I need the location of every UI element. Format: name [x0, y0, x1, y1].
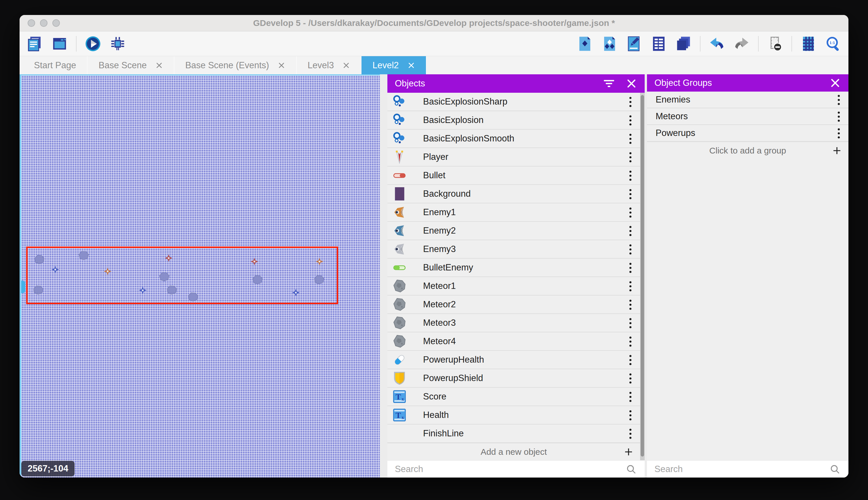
instance-enemy-red[interactable]	[250, 258, 258, 265]
minimize-window-button[interactable]	[40, 19, 47, 27]
kebab-menu-icon[interactable]	[837, 94, 841, 106]
close-panel-icon[interactable]	[830, 77, 841, 89]
project-manager-icon[interactable]	[26, 35, 43, 52]
kebab-menu-icon[interactable]	[837, 110, 841, 123]
properties-panel-icon[interactable]	[626, 35, 642, 52]
kebab-menu-icon[interactable]	[628, 372, 633, 385]
instance-enemy-orange[interactable]	[104, 267, 112, 275]
object-row-background[interactable]: Background	[387, 185, 640, 203]
instance-meteor[interactable]	[252, 275, 263, 284]
instance-meteor[interactable]	[33, 285, 44, 295]
close-window-button[interactable]	[28, 19, 35, 27]
add-group-row[interactable]: Click to add a group	[647, 142, 848, 159]
close-tab-icon[interactable]	[408, 61, 415, 69]
kebab-menu-icon[interactable]	[628, 354, 633, 366]
maximize-window-button[interactable]	[52, 19, 60, 27]
undo-icon[interactable]	[708, 35, 725, 52]
objects-search-input[interactable]	[387, 464, 626, 475]
instance-meteor[interactable]	[159, 272, 170, 281]
play-preview-icon[interactable]	[85, 35, 101, 52]
add-object-row[interactable]: Add a new object	[387, 443, 640, 460]
kebab-menu-icon[interactable]	[628, 335, 633, 348]
object-groups-panel-icon[interactable]	[601, 35, 618, 52]
object-row-basicexplosion[interactable]: BasicExplosion	[387, 111, 640, 129]
tab-base-scene-events[interactable]: Base Scene (Events)	[174, 56, 297, 75]
scene-canvas[interactable]: 2567;-104	[20, 74, 380, 478]
group-row-meteors[interactable]: Meteors	[647, 108, 848, 125]
objects-panel-icon[interactable]	[576, 35, 593, 52]
kebab-menu-icon[interactable]	[628, 243, 633, 256]
selection-rectangle[interactable]	[26, 247, 338, 304]
tab-start-page[interactable]: Start Page	[23, 56, 87, 75]
group-row-powerups[interactable]: Powerups	[647, 125, 848, 142]
object-row-meteor1[interactable]: Meteor1	[387, 277, 640, 296]
kebab-menu-icon[interactable]	[628, 428, 633, 440]
kebab-menu-icon[interactable]	[628, 133, 633, 145]
instance-enemy-red[interactable]	[165, 254, 173, 262]
object-row-enemy3[interactable]: Enemy3	[387, 240, 640, 259]
object-row-player[interactable]: Player	[387, 148, 640, 167]
object-row-basicexplosionsharp[interactable]: BasicExplosionSharp	[387, 93, 640, 111]
kebab-menu-icon[interactable]	[628, 95, 633, 108]
object-row-meteor2[interactable]: Meteor2	[387, 296, 640, 314]
tab-level2[interactable]: Level2	[362, 56, 426, 75]
object-row-bulletenemy[interactable]: BulletEnemy	[387, 259, 640, 277]
panel-gutter[interactable]	[645, 74, 647, 478]
grid-icon[interactable]	[800, 35, 817, 52]
object-row-health[interactable]: TxHealth	[387, 406, 640, 424]
panel-gutter[interactable]	[380, 74, 387, 478]
debug-icon[interactable]	[109, 35, 126, 52]
objects-scrollbar-track[interactable]	[640, 93, 645, 460]
tab-level3[interactable]: Level3	[297, 56, 362, 75]
plus-icon[interactable]	[832, 146, 842, 155]
redo-icon[interactable]	[733, 35, 750, 52]
kebab-menu-icon[interactable]	[628, 390, 633, 403]
kebab-menu-icon[interactable]	[628, 114, 633, 127]
object-row-meteor3[interactable]: Meteor3	[387, 314, 640, 332]
kebab-menu-icon[interactable]	[628, 262, 633, 274]
instance-powerup-cyan[interactable]	[20, 281, 25, 293]
mask-toggle-icon[interactable]	[767, 35, 783, 52]
object-row-poweruphealth[interactable]: PowerupHealth	[387, 351, 640, 369]
objects-scrollbar-thumb[interactable]	[641, 95, 644, 456]
object-row-score[interactable]: TxScore	[387, 388, 640, 406]
object-row-finishline[interactable]: FinishLine	[387, 424, 640, 443]
instance-enemy-orange[interactable]	[315, 258, 324, 265]
close-tab-icon[interactable]	[155, 61, 163, 69]
kebab-menu-icon[interactable]	[628, 169, 633, 182]
group-row-enemies[interactable]: Enemies	[647, 92, 848, 108]
instance-enemy-blue[interactable]	[292, 288, 300, 297]
object-row-enemy2[interactable]: Enemy2	[387, 222, 640, 240]
object-row-enemy1[interactable]: Enemy1	[387, 203, 640, 222]
instance-enemy-blue[interactable]	[139, 286, 147, 294]
groups-search-input[interactable]	[647, 464, 830, 475]
instance-meteor[interactable]	[188, 292, 199, 302]
kebab-menu-icon[interactable]	[837, 127, 841, 140]
zoom-1-1-icon[interactable]: 1:1	[825, 35, 842, 52]
object-row-meteor4[interactable]: Meteor4	[387, 332, 640, 351]
object-row-bullet[interactable]: Bullet	[387, 167, 640, 185]
scene-window-icon[interactable]	[51, 35, 68, 52]
instances-list-icon[interactable]	[650, 35, 667, 52]
kebab-menu-icon[interactable]	[628, 280, 633, 293]
instance-meteor[interactable]	[314, 275, 325, 284]
object-row-basicexplosionsmooth[interactable]: BasicExplosionSmooth	[387, 129, 640, 148]
instance-meteor[interactable]	[78, 251, 89, 260]
tab-base-scene[interactable]: Base Scene	[87, 56, 174, 75]
kebab-menu-icon[interactable]	[628, 151, 633, 163]
kebab-menu-icon[interactable]	[628, 298, 633, 311]
instance-enemy-blue[interactable]	[51, 265, 59, 274]
close-panel-icon[interactable]	[626, 78, 637, 89]
kebab-menu-icon[interactable]	[628, 206, 633, 219]
instance-meteor[interactable]	[166, 285, 177, 295]
kebab-menu-icon[interactable]	[628, 409, 633, 422]
instance-meteor[interactable]	[34, 254, 45, 264]
close-tab-icon[interactable]	[278, 61, 285, 69]
kebab-menu-icon[interactable]	[628, 317, 633, 329]
plus-icon[interactable]	[624, 447, 633, 456]
close-tab-icon[interactable]	[342, 61, 350, 69]
kebab-menu-icon[interactable]	[628, 188, 633, 201]
filter-icon[interactable]	[603, 78, 615, 89]
layers-panel-icon[interactable]	[675, 35, 692, 52]
object-row-powerupshield[interactable]: PowerupShield	[387, 369, 640, 388]
